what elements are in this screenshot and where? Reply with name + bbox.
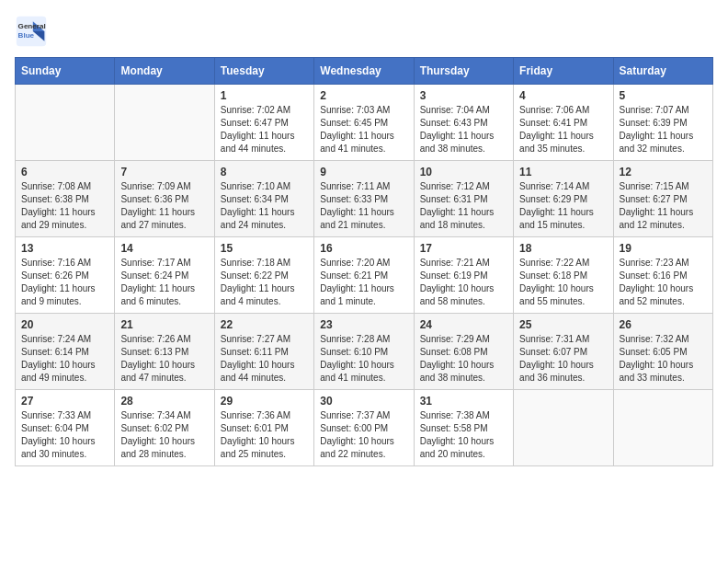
day-info: Sunrise: 7:16 AM Sunset: 6:26 PM Dayligh… (21, 258, 96, 306)
day-number: 21 (120, 318, 208, 331)
day-info: Sunrise: 7:06 AM Sunset: 6:41 PM Dayligh… (519, 105, 594, 154)
day-number: 17 (420, 242, 507, 255)
calendar-cell: 27Sunrise: 7:33 AM Sunset: 6:04 PM Dayli… (16, 390, 115, 466)
logo-icon: General Blue (15, 15, 48, 48)
calendar-cell: 11Sunrise: 7:14 AM Sunset: 6:29 PM Dayli… (514, 161, 613, 237)
day-info: Sunrise: 7:08 AM Sunset: 6:38 PM Dayligh… (21, 181, 96, 230)
weekday-header: Monday (115, 58, 214, 85)
calendar-cell: 19Sunrise: 7:23 AM Sunset: 6:16 PM Dayli… (613, 237, 712, 314)
calendar-cell: 30Sunrise: 7:37 AM Sunset: 6:00 PM Dayli… (314, 390, 414, 466)
day-number: 29 (221, 395, 308, 408)
weekday-header: Thursday (414, 58, 513, 85)
day-number: 16 (320, 242, 407, 255)
day-number: 28 (120, 395, 208, 408)
day-info: Sunrise: 7:04 AM Sunset: 6:43 PM Dayligh… (420, 105, 495, 154)
calendar-header-row: SundayMondayTuesdayWednesdayThursdayFrid… (16, 58, 713, 85)
day-number: 22 (221, 318, 308, 331)
day-info: Sunrise: 7:11 AM Sunset: 6:33 PM Dayligh… (320, 181, 394, 230)
calendar-cell: 17Sunrise: 7:21 AM Sunset: 6:19 PM Dayli… (414, 237, 513, 314)
day-number: 10 (420, 166, 507, 178)
day-number: 31 (420, 395, 507, 408)
calendar-cell: 28Sunrise: 7:34 AM Sunset: 6:02 PM Dayli… (115, 390, 214, 466)
calendar-cell: 22Sunrise: 7:27 AM Sunset: 6:11 PM Dayli… (214, 314, 313, 390)
logo: General Blue (15, 15, 48, 48)
day-number: 26 (620, 318, 707, 331)
day-info: Sunrise: 7:32 AM Sunset: 6:05 PM Dayligh… (620, 334, 694, 383)
calendar-cell: 15Sunrise: 7:18 AM Sunset: 6:22 PM Dayli… (214, 237, 313, 314)
day-info: Sunrise: 7:37 AM Sunset: 6:00 PM Dayligh… (320, 410, 394, 459)
calendar-week-row: 1Sunrise: 7:02 AM Sunset: 6:47 PM Daylig… (16, 85, 713, 161)
calendar-cell: 14Sunrise: 7:17 AM Sunset: 6:24 PM Dayli… (115, 237, 214, 314)
day-info: Sunrise: 7:29 AM Sunset: 6:08 PM Dayligh… (420, 334, 495, 383)
day-number: 1 (221, 89, 308, 102)
calendar-cell: 9Sunrise: 7:11 AM Sunset: 6:33 PM Daylig… (314, 161, 414, 237)
day-info: Sunrise: 7:09 AM Sunset: 6:36 PM Dayligh… (120, 181, 195, 230)
day-info: Sunrise: 7:28 AM Sunset: 6:10 PM Dayligh… (320, 334, 394, 383)
calendar-cell: 13Sunrise: 7:16 AM Sunset: 6:26 PM Dayli… (16, 237, 115, 314)
day-info: Sunrise: 7:02 AM Sunset: 6:47 PM Dayligh… (221, 105, 295, 154)
calendar-cell: 8Sunrise: 7:10 AM Sunset: 6:34 PM Daylig… (214, 161, 313, 237)
calendar-cell: 21Sunrise: 7:26 AM Sunset: 6:13 PM Dayli… (115, 314, 214, 390)
svg-text:General: General (18, 22, 46, 30)
day-info: Sunrise: 7:18 AM Sunset: 6:22 PM Dayligh… (221, 258, 295, 306)
calendar-cell: 31Sunrise: 7:38 AM Sunset: 5:58 PM Dayli… (414, 390, 513, 466)
weekday-header: Friday (514, 58, 613, 85)
day-info: Sunrise: 7:07 AM Sunset: 6:39 PM Dayligh… (620, 105, 694, 154)
calendar-cell (613, 390, 712, 466)
day-number: 3 (420, 89, 507, 102)
day-info: Sunrise: 7:31 AM Sunset: 6:07 PM Dayligh… (519, 334, 594, 383)
day-number: 23 (320, 318, 407, 331)
day-number: 14 (120, 242, 208, 255)
calendar-cell: 2Sunrise: 7:03 AM Sunset: 6:45 PM Daylig… (314, 85, 414, 161)
calendar-week-row: 20Sunrise: 7:24 AM Sunset: 6:14 PM Dayli… (16, 314, 713, 390)
day-info: Sunrise: 7:36 AM Sunset: 6:01 PM Dayligh… (221, 410, 295, 459)
day-info: Sunrise: 7:33 AM Sunset: 6:04 PM Dayligh… (21, 410, 96, 459)
calendar-cell: 5Sunrise: 7:07 AM Sunset: 6:39 PM Daylig… (613, 85, 712, 161)
day-number: 6 (21, 166, 108, 178)
calendar-cell: 6Sunrise: 7:08 AM Sunset: 6:38 PM Daylig… (16, 161, 115, 237)
svg-text:Blue: Blue (18, 31, 35, 40)
day-number: 30 (320, 395, 407, 408)
calendar-cell (115, 85, 214, 161)
day-info: Sunrise: 7:23 AM Sunset: 6:16 PM Dayligh… (620, 258, 694, 306)
calendar-cell: 16Sunrise: 7:20 AM Sunset: 6:21 PM Dayli… (314, 237, 414, 314)
calendar-cell: 12Sunrise: 7:15 AM Sunset: 6:27 PM Dayli… (613, 161, 712, 237)
calendar-week-row: 6Sunrise: 7:08 AM Sunset: 6:38 PM Daylig… (16, 161, 713, 237)
calendar-cell: 4Sunrise: 7:06 AM Sunset: 6:41 PM Daylig… (514, 85, 613, 161)
day-info: Sunrise: 7:24 AM Sunset: 6:14 PM Dayligh… (21, 334, 96, 383)
day-info: Sunrise: 7:27 AM Sunset: 6:11 PM Dayligh… (221, 334, 295, 383)
day-number: 4 (519, 89, 607, 102)
calendar-cell: 29Sunrise: 7:36 AM Sunset: 6:01 PM Dayli… (214, 390, 313, 466)
calendar-table: SundayMondayTuesdayWednesdayThursdayFrid… (15, 57, 713, 466)
day-info: Sunrise: 7:22 AM Sunset: 6:18 PM Dayligh… (519, 258, 594, 306)
calendar-week-row: 13Sunrise: 7:16 AM Sunset: 6:26 PM Dayli… (16, 237, 713, 314)
day-number: 25 (519, 318, 607, 331)
day-number: 20 (21, 318, 108, 331)
calendar-cell: 1Sunrise: 7:02 AM Sunset: 6:47 PM Daylig… (214, 85, 313, 161)
day-number: 24 (420, 318, 507, 331)
calendar-cell: 26Sunrise: 7:32 AM Sunset: 6:05 PM Dayli… (613, 314, 712, 390)
day-number: 2 (320, 89, 407, 102)
weekday-header: Sunday (16, 58, 115, 85)
calendar-cell (16, 85, 115, 161)
day-number: 12 (620, 166, 707, 178)
day-number: 19 (620, 242, 707, 255)
day-info: Sunrise: 7:34 AM Sunset: 6:02 PM Dayligh… (120, 410, 195, 459)
calendar-cell: 20Sunrise: 7:24 AM Sunset: 6:14 PM Dayli… (16, 314, 115, 390)
day-info: Sunrise: 7:26 AM Sunset: 6:13 PM Dayligh… (120, 334, 195, 383)
calendar-week-row: 27Sunrise: 7:33 AM Sunset: 6:04 PM Dayli… (16, 390, 713, 466)
calendar-cell: 24Sunrise: 7:29 AM Sunset: 6:08 PM Dayli… (414, 314, 513, 390)
calendar-cell (514, 390, 613, 466)
weekday-header: Wednesday (314, 58, 414, 85)
day-info: Sunrise: 7:14 AM Sunset: 6:29 PM Dayligh… (519, 181, 594, 230)
page-header: General Blue (15, 15, 713, 48)
calendar-cell: 7Sunrise: 7:09 AM Sunset: 6:36 PM Daylig… (115, 161, 214, 237)
weekday-header: Saturday (613, 58, 712, 85)
calendar-cell: 3Sunrise: 7:04 AM Sunset: 6:43 PM Daylig… (414, 85, 513, 161)
day-info: Sunrise: 7:10 AM Sunset: 6:34 PM Dayligh… (221, 181, 295, 230)
day-number: 5 (620, 89, 707, 102)
day-info: Sunrise: 7:12 AM Sunset: 6:31 PM Dayligh… (420, 181, 495, 230)
weekday-header: Tuesday (214, 58, 313, 85)
day-number: 7 (120, 166, 208, 178)
calendar-cell: 23Sunrise: 7:28 AM Sunset: 6:10 PM Dayli… (314, 314, 414, 390)
